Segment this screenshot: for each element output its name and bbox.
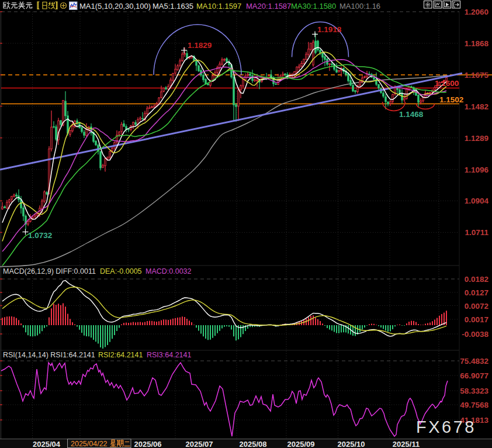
svg-text:1.2060: 1.2060 xyxy=(465,8,488,16)
svg-text:2025/04/22: 2025/04/22 xyxy=(71,440,108,448)
svg-text:1.1468: 1.1468 xyxy=(399,110,424,119)
svg-text:2025/04: 2025/04 xyxy=(33,440,61,448)
svg-text:1.1096: 1.1096 xyxy=(465,166,489,174)
svg-text:MA1(5,10,20,30,100): MA1(5,10,20,30,100) xyxy=(79,2,151,11)
svg-text:2025/08: 2025/08 xyxy=(240,440,267,448)
svg-text:75.4832: 75.4832 xyxy=(460,357,488,366)
svg-text:MACD:0.0032: MACD:0.0032 xyxy=(145,267,192,275)
svg-text:MA10:1.1597: MA10:1.1597 xyxy=(196,2,241,11)
svg-text:-0.0038: -0.0038 xyxy=(462,330,488,339)
svg-text:2025/11: 2025/11 xyxy=(393,440,420,448)
svg-text:66.9077: 66.9077 xyxy=(460,371,488,380)
svg-text:MA30:1.1580: MA30:1.1580 xyxy=(291,2,336,11)
svg-text:DEA:-0.0005: DEA:-0.0005 xyxy=(100,267,142,275)
svg-text:1.1868: 1.1868 xyxy=(465,39,489,48)
svg-text:0.0017: 0.0017 xyxy=(465,315,488,324)
svg-text:49.7568: 49.7568 xyxy=(460,401,488,409)
svg-text:0.0072: 0.0072 xyxy=(465,302,488,311)
svg-text:2025/06: 2025/06 xyxy=(134,440,162,448)
svg-text:0.0127: 0.0127 xyxy=(465,288,488,297)
svg-text:2025/09: 2025/09 xyxy=(287,440,315,448)
svg-text:1.1502: 1.1502 xyxy=(439,95,463,104)
svg-text:2025/10: 2025/10 xyxy=(338,440,365,448)
svg-text:RSI2:64.2141: RSI2:64.2141 xyxy=(98,351,143,359)
svg-text:MA100:1.16: MA100:1.16 xyxy=(339,2,380,11)
svg-text:1.1482: 1.1482 xyxy=(465,102,488,111)
svg-text:1.1289: 1.1289 xyxy=(465,134,488,143)
svg-text:1.0711: 1.0711 xyxy=(465,228,488,237)
svg-text:58.3323: 58.3323 xyxy=(460,387,488,395)
svg-text:MACD(26,12,9) DIFF:0.0011: MACD(26,12,9) DIFF:0.0011 xyxy=(3,267,96,275)
svg-text:MA20:1.1587: MA20:1.1587 xyxy=(246,2,291,11)
svg-text:RSI3:64.2141: RSI3:64.2141 xyxy=(147,351,191,359)
svg-text:1.1829: 1.1829 xyxy=(188,41,212,50)
svg-text:1.1675: 1.1675 xyxy=(465,71,489,80)
svg-text:1.1600: 1.1600 xyxy=(435,79,459,88)
svg-text:0.0182: 0.0182 xyxy=(465,275,488,284)
svg-text:1.1918: 1.1918 xyxy=(317,25,342,34)
svg-text:RSI(14,14,14) RSI1:64.2141: RSI(14,14,14) RSI1:64.2141 xyxy=(3,351,95,359)
svg-text:2025/07: 2025/07 xyxy=(186,440,213,448)
svg-text:MA5:1.1635: MA5:1.1635 xyxy=(153,2,193,11)
svg-text:1.0904: 1.0904 xyxy=(465,197,489,205)
svg-text:1.0732: 1.0732 xyxy=(28,231,52,240)
svg-text:FX678: FX678 xyxy=(416,418,476,436)
